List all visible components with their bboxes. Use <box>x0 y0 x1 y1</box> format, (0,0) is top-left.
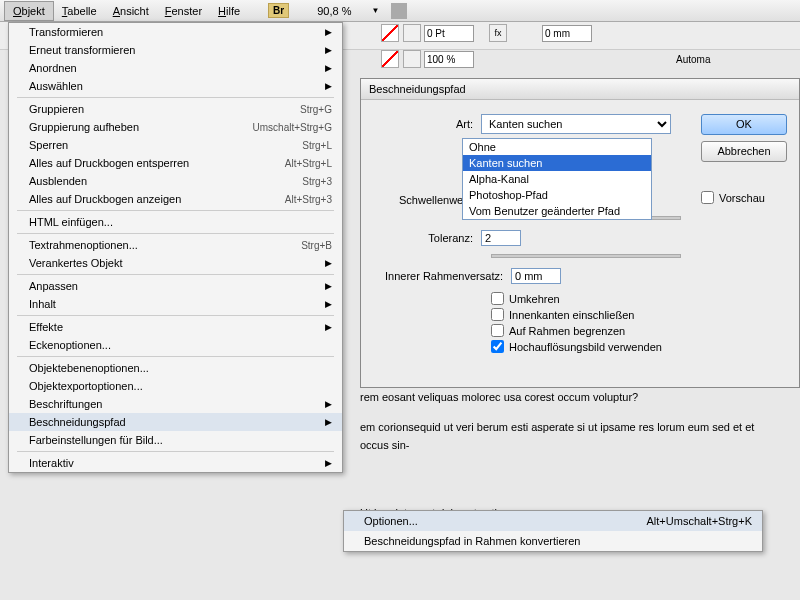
art-option[interactable]: Alpha-Kanal <box>463 171 651 187</box>
menu-ansicht[interactable]: Ansicht <box>105 2 157 20</box>
menu-item[interactable]: Objektebenenoptionen... <box>9 359 342 377</box>
toleranz-label: Toleranz: <box>371 232 481 244</box>
menu-tabelle[interactable]: Tabelle <box>54 2 105 20</box>
object-menu-dropdown: Transformieren▶Erneut transformieren▶Ano… <box>8 22 343 473</box>
menu-objekt[interactable]: Objekt <box>4 1 54 21</box>
rahmen-checkbox[interactable] <box>491 324 504 337</box>
hochaufloesung-label: Hochauflösungsbild verwenden <box>509 341 662 353</box>
fill2-icon[interactable] <box>381 50 399 68</box>
art-select[interactable]: Kanten suchen <box>481 114 671 134</box>
toleranz-slider[interactable] <box>491 254 681 258</box>
vorschau-checkbox[interactable] <box>701 191 714 204</box>
submenu-optionen[interactable]: Optionen...Alt+Umschalt+Strg+K <box>344 511 762 531</box>
menubar: Objekt Tabelle Ansicht Fenster Hilfe Br … <box>0 0 800 22</box>
art-option[interactable]: Vom Benutzer geänderter Pfad <box>463 203 651 219</box>
fx-icon[interactable]: fx <box>489 24 507 42</box>
menu-item[interactable]: Beschneidungspfad▶ <box>9 413 342 431</box>
umkehren-label: Umkehren <box>509 293 560 305</box>
scale-field[interactable]: 100 % <box>424 51 474 68</box>
menu-item[interactable]: Effekte▶ <box>9 318 342 336</box>
stroke-weight[interactable]: 0 Pt <box>424 25 474 42</box>
zoom-dropdown-icon[interactable]: ▼ <box>363 3 387 18</box>
menu-item: Alles auf Druckbogen anzeigenAlt+Strg+3 <box>9 190 342 208</box>
innenkanten-label: Innenkanten einschließen <box>509 309 634 321</box>
umkehren-checkbox[interactable] <box>491 292 504 305</box>
fill-icon[interactable] <box>381 24 399 42</box>
menu-item[interactable]: Verankertes Objekt▶ <box>9 254 342 272</box>
menu-item[interactable]: Beschriftungen▶ <box>9 395 342 413</box>
menu-item: GruppierenStrg+G <box>9 100 342 118</box>
dialog-title: Beschneidungspfad <box>361 79 799 100</box>
ok-button[interactable]: OK <box>701 114 787 135</box>
menu-item[interactable]: Farbeinstellungen für Bild... <box>9 431 342 449</box>
art-option[interactable]: Photoshop-Pfad <box>463 187 651 203</box>
auto-label: Automa <box>676 54 710 65</box>
menu-item: Textrahmenoptionen...Strg+B <box>9 236 342 254</box>
bridge-icon[interactable]: Br <box>268 3 289 18</box>
toleranz-input[interactable] <box>481 230 521 246</box>
innerer-input[interactable] <box>511 268 561 284</box>
cancel-button[interactable]: Abbrechen <box>701 141 787 162</box>
zoom-level[interactable]: 90,8 % <box>309 2 359 20</box>
rahmen-label: Auf Rahmen begrenzen <box>509 325 625 337</box>
hochaufloesung-checkbox[interactable] <box>491 340 504 353</box>
clipping-path-submenu: Optionen...Alt+Umschalt+Strg+K Beschneid… <box>343 510 763 552</box>
art-label: Art: <box>371 118 481 130</box>
vorschau-label: Vorschau <box>719 192 765 204</box>
menu-item[interactable]: Interaktiv▶ <box>9 454 342 472</box>
menu-hilfe[interactable]: Hilfe <box>210 2 248 20</box>
clipping-path-dialog: Beschneidungspfad Art: Kanten suchen Sch… <box>360 78 800 388</box>
submenu-convert: Beschneidungspfad in Rahmen konvertieren <box>344 531 762 551</box>
menu-item[interactable]: HTML einfügen... <box>9 213 342 231</box>
stroke2-icon[interactable] <box>403 50 421 68</box>
menu-item[interactable]: Auswählen▶ <box>9 77 342 95</box>
stroke-icon[interactable] <box>403 24 421 42</box>
menu-item[interactable]: AusblendenStrg+3 <box>9 172 342 190</box>
menu-item[interactable]: Objektexportoptionen... <box>9 377 342 395</box>
menu-fenster[interactable]: Fenster <box>157 2 210 20</box>
art-dropdown-list: OhneKanten suchenAlpha-KanalPhotoshop-Pf… <box>462 138 652 220</box>
dimension-field[interactable]: 0 mm <box>542 25 592 42</box>
innerer-label: Innerer Rahmenversatz: <box>371 270 511 282</box>
menu-item[interactable]: Anordnen▶ <box>9 59 342 77</box>
menu-item[interactable]: Anpassen▶ <box>9 277 342 295</box>
menu-item[interactable]: Erneut transformieren▶ <box>9 41 342 59</box>
menu-item: Gruppierung aufhebenUmschalt+Strg+G <box>9 118 342 136</box>
menu-item[interactable]: Inhalt▶ <box>9 295 342 313</box>
menu-item: Alles auf Druckbogen entsperrenAlt+Strg+… <box>9 154 342 172</box>
art-option[interactable]: Kanten suchen <box>463 155 651 171</box>
menu-item[interactable]: Transformieren▶ <box>9 23 342 41</box>
menu-item: SperrenStrg+L <box>9 136 342 154</box>
menu-item: Eckenoptionen... <box>9 336 342 354</box>
art-option[interactable]: Ohne <box>463 139 651 155</box>
innenkanten-checkbox[interactable] <box>491 308 504 321</box>
